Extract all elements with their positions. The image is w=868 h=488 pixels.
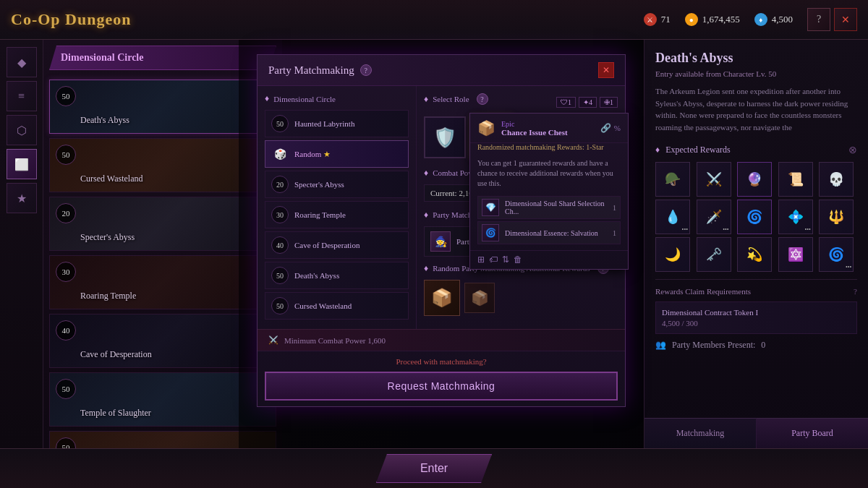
sidebar-item-dungeons[interactable]: ⬜	[7, 149, 37, 179]
requirements-section: Rewards Claim Requirements ? Dimensional…	[655, 279, 857, 351]
dungeon-name: Roaring Temple	[294, 210, 402, 219]
reward-item: 📜	[778, 162, 813, 197]
reward-item: 🪖	[655, 162, 690, 197]
help-button[interactable]: ?	[807, 8, 830, 31]
modal-close-button[interactable]: ✕	[598, 62, 614, 78]
close-button[interactable]: ✕	[834, 8, 857, 31]
sidebar-item-hex[interactable]: ⬡	[7, 115, 37, 145]
req-token-count: 4,500 / 300	[662, 319, 851, 328]
gem-icon-combat: ♦	[424, 168, 428, 179]
rewards-scroll-icon[interactable]: ⊗	[848, 144, 857, 156]
modal-title-text: Party Matchmaking	[268, 64, 354, 77]
modal-title: Party Matchmaking ?	[268, 64, 372, 77]
percent-icon[interactable]: %	[614, 124, 621, 132]
dungeon-level: 40	[271, 236, 289, 254]
tank-slot-badge: 🛡1	[556, 97, 576, 108]
modal-dungeon-item[interactable]: 40 Cave of Desperation	[265, 231, 409, 259]
tooltip-header: 📦 Epic Chance Issue Chest 🔗 %	[470, 114, 628, 143]
party-matchmaking-modal: Party Matchmaking ? ✕ ♦ Dimensional Circ…	[257, 54, 626, 407]
modal-dungeon-item[interactable]: 50 Death's Abyss	[265, 262, 409, 289]
party-members-count: 0	[761, 340, 765, 351]
gold-currency: ● 1,674,455	[685, 13, 740, 26]
party-members-label: Party Members Present:	[672, 340, 755, 351]
dungeon-name: Random ★	[294, 150, 402, 159]
req-help-icon[interactable]: ?	[854, 287, 857, 296]
tooltip-footer-icon3: ⇅	[502, 254, 509, 265]
tooltip-item-row: 🌀 Dimensional Essence: Salvation 1	[477, 221, 621, 244]
req-header: Rewards Claim Requirements ?	[655, 287, 857, 296]
reward-chest-icon[interactable]: 📦	[424, 280, 460, 316]
party-members: 👥 Party Members Present: 0	[655, 340, 857, 351]
tooltip-item-name: Dimensional Essence: Salvation	[505, 229, 607, 237]
right-panel-description: The Arkeum Legion sent one expedition af…	[655, 85, 857, 133]
level-badge: 50	[56, 379, 76, 399]
reward-item: 💧•••	[655, 200, 690, 234]
gem-icon: ♦	[754, 13, 767, 26]
top-bar-buttons: ? ✕	[807, 8, 857, 31]
tooltip-chest-icon: 📦	[477, 119, 495, 137]
combat-current-label: Current:	[430, 189, 457, 197]
dps-slot-badge: ✦4	[579, 97, 597, 108]
matchmaking-button[interactable]: Matchmaking	[644, 418, 757, 448]
tooltip-footer-icon1: ⊞	[477, 254, 485, 265]
rewards-header-label: Expected Rewards	[665, 145, 731, 155]
sidebar-item-grid[interactable]: ◆	[7, 47, 37, 77]
min-combat-text: Minimum Combat Power 1,600	[284, 336, 386, 345]
modal-header: Party Matchmaking ? ✕	[258, 55, 625, 86]
gem-icon-small: ♦	[655, 145, 660, 155]
enter-button[interactable]: Enter	[376, 454, 492, 483]
reward-item: 🌀	[737, 200, 772, 234]
link-icon[interactable]: 🔗	[600, 123, 611, 134]
dungeon-level: 🎲	[271, 145, 289, 163]
tooltip-footer-icon2: 🏷	[489, 254, 498, 265]
modal-dungeon-item-random[interactable]: 🎲 Random ★	[265, 140, 409, 168]
tooltip-item-icon: 🌀	[482, 224, 499, 241]
gem-icon-role: ♦	[424, 94, 428, 105]
modal-overlay: Party Matchmaking ? ✕ ♦ Dimensional Circ…	[239, 40, 644, 448]
heal-slot-badge: ✙1	[600, 97, 618, 108]
rewards-grid: 🪖 ⚔️ 🔮 📜 💀 💧••• 🗡️••• 🌀 💠••• 🔱 🌙 🗝️ 💫 🔯 …	[655, 162, 857, 272]
modal-footer: Proceed with matchmaking? Request Matchm…	[258, 351, 625, 406]
level-value: 71	[661, 14, 671, 25]
level-badge: 50	[56, 86, 76, 106]
sidebar-item-favorites[interactable]: ★	[7, 183, 37, 213]
tooltip-epic-label: Epic	[501, 120, 592, 128]
role-help-badge[interactable]: ?	[477, 93, 488, 105]
app-title: Co-Op Dungeon	[11, 10, 131, 29]
party-board-button[interactable]: Party Board	[757, 418, 868, 448]
proceed-text: Proceed with matchmaking?	[265, 357, 618, 366]
reward-item: 🌙	[655, 237, 690, 272]
modal-dungeon-item[interactable]: 50 Haunted Labyrinth	[265, 110, 409, 137]
level-currency: ⚔ 71	[644, 13, 671, 26]
left-sidebar: ◆ ≡ ⬡ ⬜ ★	[0, 40, 43, 448]
benefit-avatar: 🧙	[430, 231, 451, 252]
sword-icon: ⚔	[644, 13, 657, 26]
modal-dungeon-item[interactable]: 30 Roaring Temple	[265, 201, 409, 228]
reward-chest-2[interactable]: 📦	[464, 283, 495, 313]
tooltip-footer-icon4: 🗑	[514, 254, 522, 265]
tooltip-title-section: Epic Chance Issue Chest	[501, 120, 592, 137]
req-item: Dimensional Contract Token I 4,500 / 300	[655, 301, 857, 334]
tooltip-items: 💎 Dimensional Soul Shard Selection Ch...…	[470, 193, 628, 250]
tooltip-item-name: Dimensional Soul Shard Selection Ch...	[505, 200, 607, 215]
role-section-text: Select Role	[433, 95, 469, 103]
req-token-name: Dimensional Contract Token I	[662, 308, 851, 317]
level-badge: 20	[56, 203, 76, 223]
gold-value: 1,674,455	[702, 14, 740, 25]
tank-role-button[interactable]: 🛡️	[424, 116, 466, 158]
reward-item: 🔱	[819, 200, 854, 234]
rewards-header: ♦ Expected Rewards ⊗	[655, 144, 857, 156]
sidebar-item-list[interactable]: ≡	[7, 81, 37, 111]
reward-item: 🔮	[737, 162, 772, 197]
modal-dungeon-item[interactable]: 50 Cursed Wasteland	[265, 292, 409, 320]
right-panel-title: Death's Abyss	[655, 51, 857, 66]
star-icon: ★	[323, 150, 331, 158]
right-panel: Death's Abyss Entry available from Chara…	[644, 40, 868, 448]
dungeon-level: 50	[271, 115, 289, 132]
request-matchmaking-button[interactable]: Request Matchmaking	[265, 372, 618, 401]
right-panel-subtitle: Entry available from Character Lv. 50	[655, 69, 857, 78]
modal-dungeon-item[interactable]: 20 Specter's Abyss	[265, 171, 409, 198]
reward-item: 🔯	[778, 237, 813, 272]
dungeon-name: Specter's Abyss	[294, 180, 402, 189]
modal-help-badge[interactable]: ?	[360, 64, 372, 76]
